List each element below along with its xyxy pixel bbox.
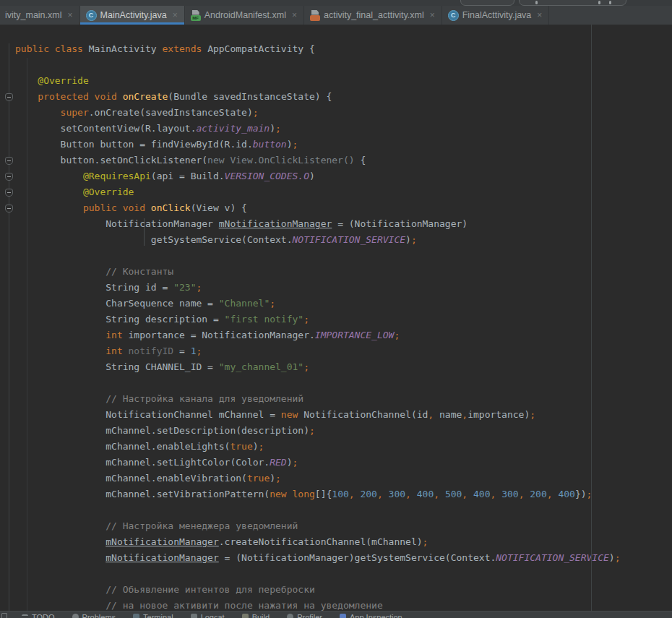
android-studio-window: ivity_main.xml×CMainActivity.java×MFAndr… (0, 0, 672, 618)
close-icon[interactable]: × (68, 11, 73, 20)
code-line: getSystemService(Context.NOTIFICATION_SE… (0, 232, 672, 248)
tool-window-button-problems[interactable]: Problems (72, 612, 116, 618)
todo-icon (22, 614, 28, 618)
tab-activity-final-acttivity-xml[interactable]: activity_final_acttivity.xml× (304, 6, 442, 25)
tool-window-button-app-inspection[interactable]: App Inspection (340, 612, 402, 618)
close-icon[interactable]: × (430, 11, 435, 20)
tool-window-button-terminal[interactable]: Terminal (133, 612, 173, 618)
tool-window-label: Profiler (297, 612, 322, 618)
tool-window-label: TODO (32, 612, 55, 618)
tool-window-label: Build (252, 612, 270, 618)
tab-label: AndroidManifest.xml (204, 10, 286, 20)
problems-icon (72, 614, 79, 618)
code-line: mChannel.enableVibration(true); (0, 471, 672, 486)
run-status-dot (468, 1, 472, 4)
fold-marker-icon[interactable] (5, 93, 13, 101)
tool-window-button-build[interactable]: Build (242, 612, 270, 618)
tab-mainactivity-java[interactable]: CMainActivity.java× (80, 6, 185, 25)
java-class-icon: C (448, 10, 459, 21)
tool-window-label: App Inspection (350, 612, 402, 618)
editor-tab-bar: ivity_main.xml×CMainActivity.java×MFAndr… (0, 6, 672, 25)
code-line: int notifyID = 1; (0, 343, 672, 359)
code-line (0, 502, 672, 518)
tool-window-label: Terminal (143, 612, 173, 618)
manifest-file-icon: MF (191, 10, 201, 21)
right-margin-guide (591, 25, 592, 618)
tool-window-button-todo[interactable]: TODO (22, 612, 55, 618)
device-status-dot (523, 1, 527, 4)
code-line: NotificationManager mNotificationManager… (0, 216, 672, 232)
logcat-icon (191, 614, 197, 618)
code-line: String id = "23"; (0, 280, 672, 296)
code-line: CharSequence name = "Channel"; (0, 296, 672, 312)
code-line: button.setOnClickListener(new View.OnCli… (0, 153, 672, 168)
fold-marker-icon[interactable] (5, 189, 13, 197)
layout-file-icon (310, 10, 320, 21)
code-line: mChannel.setDescription(description); (0, 423, 672, 439)
tool-window-bar: TODOProblemsTerminalLogcatBuildProfilerA… (0, 611, 672, 618)
code-area[interactable]: public class MainActivity extends AppCom… (0, 41, 672, 614)
code-line (0, 57, 672, 73)
tab-finalacttivity-java[interactable]: CFinalActtivity.java× (442, 6, 550, 25)
code-line (0, 375, 672, 391)
code-line: setContentView(R.layout.activity_main); (0, 121, 672, 137)
code-line: // Обьявление интентов для переброски (0, 582, 672, 598)
code-editor[interactable]: public class MainActivity extends AppCom… (0, 25, 672, 618)
tool-window-label: Problems (82, 612, 116, 618)
profiler-icon (287, 614, 293, 618)
app-inspection-icon (340, 614, 346, 618)
code-line: String CHANNEL_ID = "my_channel_01"; (0, 359, 672, 375)
code-line (0, 248, 672, 264)
code-line: mChannel.enableLights(true); (0, 439, 672, 455)
code-line: // Настройка менеджера уведомлений (0, 518, 672, 534)
tool-window-corner-icon[interactable] (1, 613, 7, 618)
tool-window-label: Logcat (201, 612, 225, 618)
code-line: public void onClick(View v) { (0, 200, 672, 216)
code-line: super.onCreate(savedInstanceState); (0, 105, 672, 121)
code-line: mNotificationManager = (NotificationMana… (0, 550, 672, 566)
code-line: // Константы (0, 264, 672, 280)
fold-marker-icon[interactable] (5, 205, 13, 213)
toolbar-dot (535, 1, 538, 4)
code-line: @Override (0, 184, 672, 200)
code-line: int importance = NotificationManager.IMP… (0, 327, 672, 343)
code-line: mChannel.setLightColor(Color.RED); (0, 455, 672, 471)
close-icon[interactable]: × (292, 11, 297, 20)
main-toolbar (0, 0, 672, 6)
fold-marker-icon[interactable] (5, 157, 13, 165)
code-line: public class MainActivity extends AppCom… (0, 41, 672, 57)
code-line (0, 566, 672, 582)
tab-label: FinalActtivity.java (462, 10, 532, 20)
java-class-icon: C (86, 10, 97, 21)
tab-label: ivity_main.xml (5, 10, 62, 20)
fold-marker-icon[interactable] (5, 173, 13, 181)
code-line: // Настройка канала для уведомлений (0, 391, 672, 407)
build-icon (242, 614, 249, 618)
code-line: String description = "first notify"; (0, 312, 672, 327)
code-line: NotificationChannel mChannel = new Notif… (0, 407, 672, 423)
tool-window-button-profiler[interactable]: Profiler (287, 612, 322, 618)
toolbar-dot (609, 1, 611, 4)
code-line: mNotificationManager.createNotificationC… (0, 534, 672, 550)
tab-activity-main-xml[interactable]: ivity_main.xml× (0, 6, 80, 25)
code-line: Button button = findViewById(R.id.button… (0, 137, 672, 153)
toolbar-dot (598, 1, 600, 4)
code-line: mChannel.setVibrationPattern(new long[]{… (0, 486, 672, 502)
terminal-icon (133, 614, 139, 618)
tab-label: activity_final_acttivity.xml (324, 10, 424, 20)
code-line: @Override (0, 73, 672, 89)
tab-label: MainActivity.java (100, 10, 167, 20)
tab-androidmanifest-xml[interactable]: MFAndroidManifest.xml× (185, 6, 304, 25)
close-icon[interactable]: × (173, 11, 178, 20)
code-line: protected void onCreate(Bundle savedInst… (0, 89, 672, 105)
tool-window-button-logcat[interactable]: Logcat (191, 612, 225, 618)
code-line: @RequiresApi(api = Build.VERSION_CODES.O… (0, 168, 672, 184)
close-icon[interactable]: × (537, 11, 542, 20)
tool-window-buttons: TODOProblemsTerminalLogcatBuildProfilerA… (0, 612, 672, 618)
